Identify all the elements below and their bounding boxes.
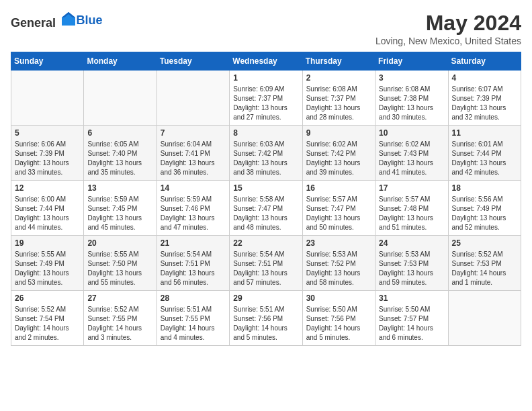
day-number: 27 [87,293,152,303]
calendar-table: SundayMondayTuesdayWednesdayThursdayFrid… [11,52,521,346]
cell-content: Sunrise: 5:50 AM Sunset: 7:56 PM Dayligh… [306,305,371,342]
cell-content: Sunrise: 6:06 AM Sunset: 7:39 PM Dayligh… [15,140,80,177]
calendar-cell: 30Sunrise: 5:50 AM Sunset: 7:56 PM Dayli… [302,291,375,346]
calendar-cell: 22Sunrise: 5:54 AM Sunset: 7:51 PM Dayli… [230,236,302,291]
day-number: 3 [379,73,444,83]
day-number: 24 [379,238,444,248]
day-number: 5 [15,128,80,138]
day-number: 26 [15,293,80,303]
calendar-cell: 29Sunrise: 5:51 AM Sunset: 7:56 PM Dayli… [230,291,302,346]
calendar-cell: 4Sunrise: 6:07 AM Sunset: 7:39 PM Daylig… [448,71,521,126]
day-number: 18 [452,183,517,193]
day-number: 21 [161,238,226,248]
day-number: 11 [452,128,517,138]
day-of-week-header: Friday [375,52,448,71]
cell-content: Sunrise: 5:51 AM Sunset: 7:55 PM Dayligh… [161,305,226,342]
day-number: 28 [161,293,226,303]
day-number: 4 [452,73,517,83]
calendar-week-row: 19Sunrise: 5:55 AM Sunset: 7:49 PM Dayli… [11,236,521,291]
day-of-week-header: Tuesday [157,52,229,71]
month-title: May 2024 [375,11,521,36]
cell-content: Sunrise: 5:52 AM Sunset: 7:55 PM Dayligh… [87,305,152,342]
cell-content: Sunrise: 5:57 AM Sunset: 7:48 PM Dayligh… [379,195,444,232]
logo: General Blue [11,11,103,30]
location-text: Loving, New Mexico, United States [375,36,521,46]
calendar-cell: 17Sunrise: 5:57 AM Sunset: 7:48 PM Dayli… [375,181,448,236]
logo-icon [60,11,77,27]
day-number: 23 [306,238,371,248]
cell-content: Sunrise: 5:59 AM Sunset: 7:46 PM Dayligh… [161,195,226,232]
calendar-body: 1Sunrise: 6:09 AM Sunset: 7:37 PM Daylig… [11,71,521,346]
calendar-cell: 5Sunrise: 6:06 AM Sunset: 7:39 PM Daylig… [11,126,84,181]
calendar-cell: 16Sunrise: 5:57 AM Sunset: 7:47 PM Dayli… [302,181,375,236]
calendar-cell: 19Sunrise: 5:55 AM Sunset: 7:49 PM Dayli… [11,236,84,291]
cell-content: Sunrise: 6:01 AM Sunset: 7:44 PM Dayligh… [452,140,517,177]
day-number: 14 [161,183,226,193]
day-of-week-header: Monday [84,52,157,71]
day-number: 30 [306,293,371,303]
cell-content: Sunrise: 6:08 AM Sunset: 7:38 PM Dayligh… [379,85,444,122]
calendar-cell [84,71,157,126]
calendar-week-row: 26Sunrise: 5:52 AM Sunset: 7:54 PM Dayli… [11,291,521,346]
calendar-cell: 13Sunrise: 5:59 AM Sunset: 7:45 PM Dayli… [84,181,157,236]
calendar-cell: 14Sunrise: 5:59 AM Sunset: 7:46 PM Dayli… [157,181,229,236]
cell-content: Sunrise: 5:54 AM Sunset: 7:51 PM Dayligh… [161,250,226,287]
day-number: 6 [87,128,152,138]
calendar-cell: 7Sunrise: 6:04 AM Sunset: 7:41 PM Daylig… [157,126,229,181]
calendar-cell: 6Sunrise: 6:05 AM Sunset: 7:40 PM Daylig… [84,126,157,181]
logo-text-blue: Blue [77,13,103,27]
cell-content: Sunrise: 6:05 AM Sunset: 7:40 PM Dayligh… [87,140,152,177]
cell-content: Sunrise: 5:56 AM Sunset: 7:49 PM Dayligh… [452,195,517,232]
calendar-cell: 15Sunrise: 5:58 AM Sunset: 7:47 PM Dayli… [230,181,302,236]
day-number: 31 [379,293,444,303]
cell-content: Sunrise: 5:55 AM Sunset: 7:49 PM Dayligh… [15,250,80,287]
cell-content: Sunrise: 6:03 AM Sunset: 7:42 PM Dayligh… [233,140,298,177]
calendar-cell: 2Sunrise: 6:08 AM Sunset: 7:37 PM Daylig… [302,71,375,126]
days-of-week-row: SundayMondayTuesdayWednesdayThursdayFrid… [11,52,521,71]
cell-content: Sunrise: 6:07 AM Sunset: 7:39 PM Dayligh… [452,85,517,122]
cell-content: Sunrise: 6:00 AM Sunset: 7:44 PM Dayligh… [15,195,80,232]
day-of-week-header: Thursday [302,52,375,71]
calendar-cell: 27Sunrise: 5:52 AM Sunset: 7:55 PM Dayli… [84,291,157,346]
day-number: 15 [233,183,298,193]
day-number: 22 [233,238,298,248]
cell-content: Sunrise: 5:58 AM Sunset: 7:47 PM Dayligh… [233,195,298,232]
calendar-cell: 8Sunrise: 6:03 AM Sunset: 7:42 PM Daylig… [230,126,302,181]
cell-content: Sunrise: 6:04 AM Sunset: 7:41 PM Dayligh… [161,140,226,177]
day-number: 9 [306,128,371,138]
day-number: 8 [233,128,298,138]
cell-content: Sunrise: 6:08 AM Sunset: 7:37 PM Dayligh… [306,85,371,122]
day-number: 16 [306,183,371,193]
cell-content: Sunrise: 5:57 AM Sunset: 7:47 PM Dayligh… [306,195,371,232]
calendar-cell: 18Sunrise: 5:56 AM Sunset: 7:49 PM Dayli… [448,181,521,236]
cell-content: Sunrise: 5:53 AM Sunset: 7:52 PM Dayligh… [306,250,371,287]
cell-content: Sunrise: 5:50 AM Sunset: 7:57 PM Dayligh… [379,305,444,342]
day-of-week-header: Wednesday [230,52,302,71]
day-number: 29 [233,293,298,303]
day-number: 1 [233,73,298,83]
calendar-week-row: 1Sunrise: 6:09 AM Sunset: 7:37 PM Daylig… [11,71,521,126]
calendar-cell: 1Sunrise: 6:09 AM Sunset: 7:37 PM Daylig… [230,71,302,126]
calendar-cell: 11Sunrise: 6:01 AM Sunset: 7:44 PM Dayli… [448,126,521,181]
calendar-cell: 31Sunrise: 5:50 AM Sunset: 7:57 PM Dayli… [375,291,448,346]
cell-content: Sunrise: 5:54 AM Sunset: 7:51 PM Dayligh… [233,250,298,287]
calendar-week-row: 12Sunrise: 6:00 AM Sunset: 7:44 PM Dayli… [11,181,521,236]
calendar-week-row: 5Sunrise: 6:06 AM Sunset: 7:39 PM Daylig… [11,126,521,181]
cell-content: Sunrise: 5:51 AM Sunset: 7:56 PM Dayligh… [233,305,298,342]
day-number: 19 [15,238,80,248]
calendar-cell: 3Sunrise: 6:08 AM Sunset: 7:38 PM Daylig… [375,71,448,126]
cell-content: Sunrise: 6:02 AM Sunset: 7:43 PM Dayligh… [379,140,444,177]
calendar-cell [157,71,229,126]
day-number: 2 [306,73,371,83]
page-header: General Blue May 2024 Loving, New Mexico… [11,11,521,46]
calendar-cell: 25Sunrise: 5:52 AM Sunset: 7:53 PM Dayli… [448,236,521,291]
day-number: 10 [379,128,444,138]
calendar-cell: 21Sunrise: 5:54 AM Sunset: 7:51 PM Dayli… [157,236,229,291]
day-of-week-header: Sunday [11,52,84,71]
calendar-cell: 9Sunrise: 6:02 AM Sunset: 7:42 PM Daylig… [302,126,375,181]
calendar-cell: 20Sunrise: 5:55 AM Sunset: 7:50 PM Dayli… [84,236,157,291]
calendar-cell: 28Sunrise: 5:51 AM Sunset: 7:55 PM Dayli… [157,291,229,346]
cell-content: Sunrise: 5:52 AM Sunset: 7:53 PM Dayligh… [452,250,517,287]
cell-content: Sunrise: 5:59 AM Sunset: 7:45 PM Dayligh… [87,195,152,232]
day-number: 12 [15,183,80,193]
